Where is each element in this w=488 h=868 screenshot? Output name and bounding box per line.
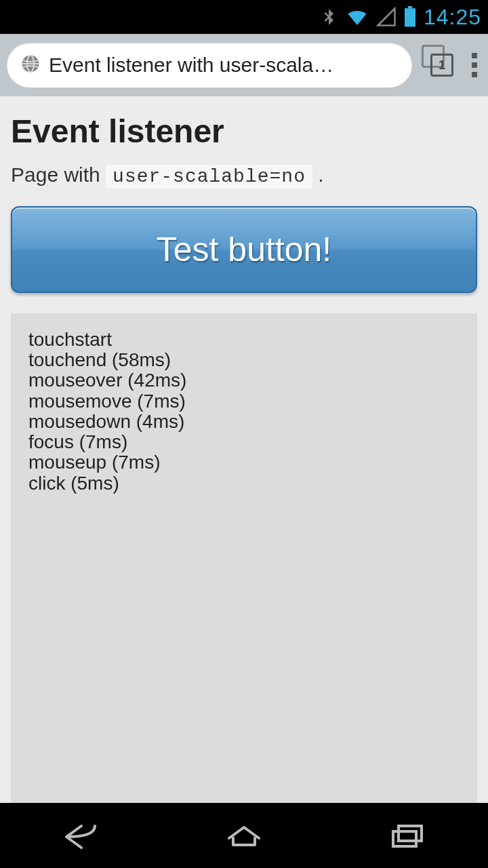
home-button[interactable] bbox=[210, 815, 278, 856]
page-subtitle: Page with user-scalable=no . bbox=[11, 163, 477, 187]
recent-apps-button[interactable] bbox=[373, 815, 441, 856]
back-button[interactable] bbox=[47, 815, 115, 856]
svg-rect-6 bbox=[399, 826, 422, 841]
event-log-line: touchstart bbox=[28, 330, 460, 350]
status-time: 14:25 bbox=[424, 5, 481, 30]
test-button[interactable]: Test button! bbox=[11, 206, 477, 293]
event-log-line: mousemove (7ms) bbox=[28, 391, 460, 412]
page-content: Event listener Page with user-scalable=n… bbox=[0, 96, 488, 803]
event-log-line: touchend (58ms) bbox=[28, 350, 460, 370]
system-nav-bar bbox=[0, 803, 488, 868]
event-log-line: click (5ms) bbox=[28, 473, 460, 494]
svg-rect-0 bbox=[408, 6, 412, 8]
status-bar: 14:25 bbox=[0, 0, 488, 34]
page-title-text: Event listener with user-scala… bbox=[49, 54, 399, 77]
subtitle-text-pre: Page with bbox=[11, 163, 106, 186]
wifi-icon bbox=[345, 7, 369, 27]
event-log-line: mouseover (42ms) bbox=[28, 370, 460, 391]
browser-chrome: Event listener with user-scala… 1 bbox=[0, 34, 488, 96]
event-log-line: mouseup (7ms) bbox=[28, 452, 460, 473]
address-bar[interactable]: Event listener with user-scala… bbox=[7, 43, 412, 87]
tab-count: 1 bbox=[439, 58, 445, 73]
event-log-line: mousedown (4ms) bbox=[28, 412, 460, 432]
svg-rect-1 bbox=[405, 8, 415, 26]
globe-icon bbox=[20, 54, 41, 77]
event-log: touchstarttouchend (58ms)mouseover (42ms… bbox=[11, 313, 477, 803]
svg-rect-5 bbox=[393, 831, 416, 846]
subtitle-text-post: . bbox=[312, 163, 324, 186]
subtitle-code: user-scalable=no bbox=[106, 165, 312, 189]
event-log-line: focus (7ms) bbox=[28, 432, 460, 452]
tab-switcher-button[interactable]: 1 bbox=[427, 50, 457, 80]
cell-signal-icon bbox=[376, 7, 396, 27]
battery-icon bbox=[403, 6, 417, 28]
bluetooth-icon bbox=[319, 6, 338, 28]
page-heading: Event listener bbox=[11, 113, 477, 150]
menu-button[interactable] bbox=[472, 53, 477, 77]
